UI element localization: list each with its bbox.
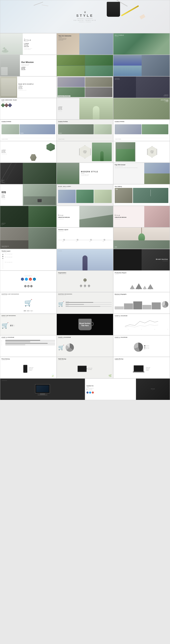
slide-creative-folio3: Creative Portfolio Lorem ipsum dolor Cre… xyxy=(113,120,170,141)
slide-production-report: Production Report Lorem ipsum Data 1 Dat… xyxy=(113,270,170,292)
our-team-title: OUR AWESOME TEAM xyxy=(2,100,55,100)
slide-shopping-infographic: SHOPPING INFOGRAPHIC Lorem ipsum dolor s… xyxy=(56,292,113,314)
row-1: ♛ STYLE LOREM IPSUM DOLOR Lorem ipsum do… xyxy=(0,33,170,55)
shopping-infographic-title: SHOPPING INFOGRAPHIC xyxy=(58,294,112,294)
row-16: Phone Mockup Lorem ipsum dolor Screen si… xyxy=(0,357,170,378)
hero-title: STYLE xyxy=(76,14,94,18)
slide-r1s3: HELLO WORLD Lorem ipsum xyxy=(113,33,170,55)
row-3: PAGE WITH EXAMPLE LOREM IPSUM DOLOR Lore… xyxy=(0,76,170,98)
slide-char-diagram4: CHAR & DIAGRAM Lorem ipsum dolor Data A … xyxy=(113,335,170,357)
row-4: OUR AWESOME TEAM Lorem ipsum dolor sit a… xyxy=(0,98,170,120)
slide-char-diagram1: CHAR & DIAGRAM Lorem ipsum dolor Jan Mar… xyxy=(113,314,170,335)
business-infographic-title: Business Infographic xyxy=(115,294,168,295)
lorem-ipsum-block: LOREM IPSUM DOLOR xyxy=(24,43,55,47)
slide-page-example: PAGE WITH EXAMPLE LOREM IPSUM DOLOR Lore… xyxy=(0,76,56,98)
slide-plant-grid xyxy=(56,55,113,76)
slide-price-left: 80$ LOREM IPSUM DOLOR Lorem ipsum xyxy=(0,184,56,206)
row-12: Connect With Us f t g in Lorem ipsum dol… xyxy=(0,270,170,292)
organization-title: Organization xyxy=(58,272,112,274)
slide-creative-folio1: Creative Portfolio Lorem ipsum dolor Cre… xyxy=(0,120,56,141)
break-section-title: Break Section xyxy=(156,258,168,260)
slide-creative-folio2: Creative Portfolio Lorem ipsum dolor Cre… xyxy=(56,120,113,141)
you-are-awesome-title: You Are Awesome xyxy=(58,35,72,37)
survey-cart-title: SURVEY CART INFOGRAPHIC xyxy=(2,315,55,316)
slide-page-example2: Page With Example Lorem ipsum dolor sit … xyxy=(113,163,170,184)
slide-phone-mockup: Phone Mockup Lorem ipsum dolor Screen si… xyxy=(0,357,56,378)
slide-shopping-cart-infographic: SHOPPING CART INFOGRAPHIC Lorem ipsum do… xyxy=(0,292,56,314)
timeline-layout-title: Timeline Layout xyxy=(58,229,112,230)
slide-dark-dramatic: CREATIVE BRUSH 70$ xyxy=(0,206,56,228)
slide-person-model: Lorem ipsum xyxy=(56,249,113,270)
price-80-label: 80$ xyxy=(2,191,22,194)
slide-creative-left: CREATIVE LEFTSLIDE xyxy=(113,141,170,163)
production-report-title: Production Report xyxy=(115,272,168,274)
phone-mockup-title: Phone Mockup xyxy=(2,358,55,360)
slide-our-gallery-right: Our Gallery 70$ 80$ xyxy=(113,184,170,206)
creative-portfolio-label: Creative Portfolio xyxy=(58,96,70,97)
slide-char-diagram2: CHAR & DIAGRAM Lorem ipsum dolor A B xyxy=(0,335,56,357)
slide-break-section-right: Break Section Lorem ipsum dolor xyxy=(113,249,170,270)
slide-social-icons: Connect With Us f t g in Lorem ipsum dol… xyxy=(0,270,56,292)
slide-char-diagram3: CHAR & DIAGRAM Lorem ipsum dolor 🛒 xyxy=(56,335,113,357)
slides-container: ♛ STYLE ❧ KEYNOTE TEMPLATE ✦ xyxy=(0,0,170,400)
slide-modern-style: MODERN STYLE Lorem ipsum dolor sit ametc… xyxy=(56,163,113,184)
style-logo-title: STYLE xyxy=(24,39,32,41)
slide-lorem-plant: LOREM IPSUM DOLOR Lorem ipsum xyxy=(56,98,113,120)
row-5: Creative Portfolio Lorem ipsum dolor Cre… xyxy=(0,120,170,141)
char-diagram1-title: CHAR & DIAGRAM xyxy=(115,315,168,316)
row-8: 80$ LOREM IPSUM DOLOR Lorem ipsum OUR xyxy=(0,184,170,206)
slide-stone-texture: Image & Bottom Up Lorem ipsum dolor xyxy=(0,228,56,249)
slide-contact-us: Contact Us 📧 example@email.com 📞 +1 234 … xyxy=(85,378,170,400)
slide-timeline3: Timeline Layout Lorem ipsum dolor 2014 -… xyxy=(0,249,56,270)
row-11: Timeline Layout Lorem ipsum dolor 2014 -… xyxy=(0,249,170,270)
slide-organization: Organization Lorem ipsum dolor sit amet … xyxy=(56,270,113,292)
slide-business-infographic: Business Infographic Lorem ipsum dolor xyxy=(113,292,170,314)
row-10: Image & Bottom Up Lorem ipsum dolor Time… xyxy=(0,228,170,249)
slide-survey-cart: SURVEY CART INFOGRAPHIC Lorem ipsum dolo… xyxy=(0,314,56,335)
tablet-mockup-title: Tablet Mockup xyxy=(58,358,112,360)
slide-hanging-plant: 2015 xyxy=(113,228,170,249)
laptop-mockup-title: Laptop Mockup xyxy=(115,358,168,360)
slide-our-gallery-center: OUR GALLERY Lorem ipsum dolor sit amet xyxy=(56,184,113,206)
slide-team-outdoor: OUR AWESOME TEAM POPOUNAME xyxy=(113,98,170,120)
creative-folio1-title: Creative Portfolio xyxy=(2,121,55,122)
slide-break-section-here: Break SectionTitle Here xyxy=(56,314,113,335)
slide-desktop-mockup: Lorem ipsum dolor xyxy=(0,378,85,400)
slide-forest xyxy=(113,55,170,76)
row-14: SURVEY CART INFOGRAPHIC Lorem ipsum dolo… xyxy=(0,314,170,335)
slide-creative-brush-pink: ♛ STYLE CREATIVE BRUSH Lorem ipsum dolor xyxy=(113,206,170,228)
creative-folio3-title: Creative Portfolio xyxy=(115,121,168,122)
our-gallery-title: Our Gallery xyxy=(115,186,168,187)
creative-brush-pink-title: CREATIVE BRUSH xyxy=(115,216,143,218)
slide-lorem-shapes: LOREM IPSUM DOLOR Lorem ipsum dolor xyxy=(0,141,56,163)
slide-creative-portfolio-collage: Creative Portfolio xyxy=(56,76,113,98)
slide-team-left: OUR AWESOME TEAM Lorem ipsum dolor sit a… xyxy=(0,98,56,120)
slide-r1s2: You Are Awesome Lorem ipsum dolor sit am… xyxy=(56,33,113,55)
row-13: SHOPPING CART INFOGRAPHIC Lorem ipsum do… xyxy=(0,292,170,314)
slide-r1s1: ♛ STYLE LOREM IPSUM DOLOR Lorem ipsum do… xyxy=(0,33,56,55)
slide-dark-portrait: Lorem ipsum dolor sit amet CREATIVE PORT… xyxy=(113,76,170,98)
shopping-cart-title: SHOPPING CART INFOGRAPHIC xyxy=(2,294,55,294)
break-section-here-title: Break SectionTitle Here xyxy=(79,322,90,327)
char-diagram4-title: CHAR & DIAGRAM xyxy=(115,337,168,338)
hero-subtitle: KEYNOTE TEMPLATE xyxy=(74,20,96,21)
row-2: Our Mission Lorem ipsum dolor sit ametco… xyxy=(0,55,170,76)
page-example-title: PAGE WITH EXAMPLE xyxy=(18,84,55,85)
row-6: LOREM IPSUM DOLOR Lorem ipsum dolor CREA… xyxy=(0,141,170,163)
slide-laptop-mockup: Laptop Mockup Lorem ipsum dolor Screen s… xyxy=(113,357,170,378)
row-15: CHAR & DIAGRAM Lorem ipsum dolor A B xyxy=(0,335,170,357)
char-diagram2-title: CHAR & DIAGRAM xyxy=(2,337,55,338)
char-diagram3-title: CHAR & DIAGRAM xyxy=(58,337,112,338)
creative-folio2-title: Creative Portfolio xyxy=(58,121,112,122)
row-17: Lorem ipsum dolor C xyxy=(0,378,170,400)
slide-timeline-layout: Timeline Layout Lorem ipsum dolor 2014 2… xyxy=(56,228,113,249)
slide-our-mission: Our Mission Lorem ipsum dolor sit ametco… xyxy=(0,55,56,76)
slide-creative-right: CREATIVE RIGHTSLIDE xyxy=(56,141,113,163)
creative-brush-white-title: CREATIVE BRUSH xyxy=(58,216,78,218)
our-mission-title: Our Mission xyxy=(21,61,55,64)
slide-creative-brush-dark: CREATI VE BRUSH xyxy=(0,163,56,184)
our-gallery-upper-title: OUR GALLERY xyxy=(58,186,112,187)
row-7: CREATI VE BRUSH MODERN STYLE Lorem ipsum… xyxy=(0,163,170,184)
slide-creative-brush-white: ♛ STYLE CREATIVE BRUSH Lorem ipsum dolor xyxy=(56,206,113,228)
hero-crown: ♛ xyxy=(84,10,86,14)
